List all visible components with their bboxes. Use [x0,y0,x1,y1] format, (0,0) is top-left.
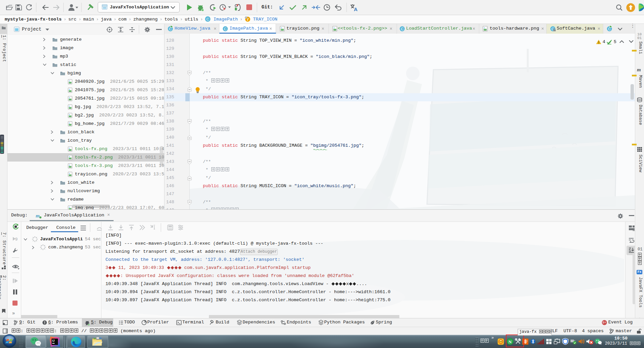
svg-text:C: C [207,17,209,21]
svg-text:IJ: IJ [52,339,55,342]
svg-text:A: A [354,6,358,12]
svg-text:m: m [36,213,40,218]
svg-text:9: 9 [15,237,18,242]
